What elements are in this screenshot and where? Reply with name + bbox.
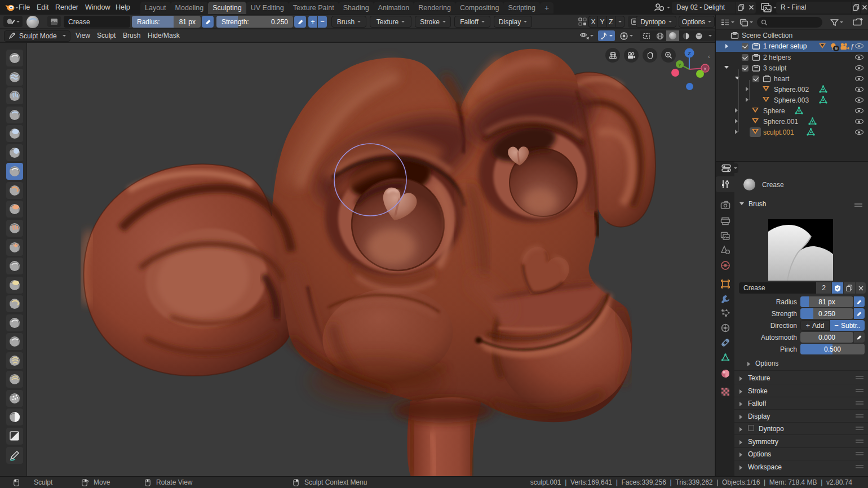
svg-text:Y: Y <box>678 63 681 68</box>
svg-text:X: X <box>703 66 707 72</box>
svg-text:Z: Z <box>688 51 691 56</box>
